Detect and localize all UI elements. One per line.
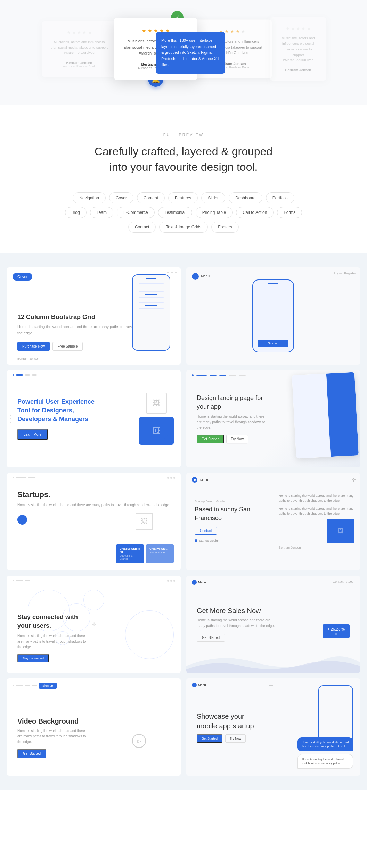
showcase-nav: Menu bbox=[192, 683, 206, 687]
tag-content[interactable]: Content bbox=[137, 192, 165, 203]
crosshair-icon: ✛ bbox=[352, 477, 356, 483]
tag-dashboard[interactable]: Dashboard bbox=[229, 192, 262, 203]
chat-bubbles: Home is starting the world abroad and th… bbox=[297, 737, 353, 769]
tag-portfolio[interactable]: Portfolio bbox=[266, 192, 294, 203]
showcase-title: Showcase your mobile app startup bbox=[197, 711, 266, 731]
testimonial-card-far-right: ★ ★ ★ ★ ★ Musicians, actors and influenc… bbox=[270, 17, 326, 81]
tag-text-&-image-grids[interactable]: Text & Image Grids bbox=[159, 222, 208, 233]
preview-card-video: Sign up ▷ Video Background Home is start… bbox=[7, 678, 181, 776]
learn-more-button[interactable]: Learn More bbox=[17, 429, 48, 440]
stay-title: Stay connected with your users. bbox=[17, 613, 87, 630]
sales-content: Get More Sales Now Home is starting the … bbox=[197, 607, 275, 642]
center-crosshair: ✛ bbox=[92, 621, 96, 627]
tag-slider[interactable]: Slider bbox=[201, 192, 225, 203]
image-placeholder: 🖼 bbox=[146, 393, 167, 414]
sf-title: Based in sunny San Francisco bbox=[195, 505, 265, 523]
get-started-showcase-button[interactable]: Get Started bbox=[197, 734, 222, 743]
active-card-wrapper: ✓ ★ ★ ★ ★ ★ Musicians, actors and influe… bbox=[114, 18, 197, 80]
sf-card-inner: Startup Design Guide Based in sunny San … bbox=[186, 473, 360, 570]
preview-card-sf: Menu Startup Design Guide Based in sunny… bbox=[186, 473, 360, 570]
preview-grid-section: Cover 12 Column Bootstrap Grid Home is s… bbox=[0, 253, 367, 790]
tag-features[interactable]: Features bbox=[168, 192, 198, 203]
phone-mockup bbox=[132, 274, 170, 351]
get-started-button[interactable]: Get Started bbox=[197, 435, 224, 443]
ux-right: 🖼 🖼 bbox=[139, 393, 174, 445]
tag-blog[interactable]: Blog bbox=[65, 207, 87, 218]
tag-call-to-action[interactable]: Call to Action bbox=[236, 207, 274, 218]
video-desc: Home is starting the world abroad and th… bbox=[17, 728, 87, 745]
tablet-mockup bbox=[287, 374, 360, 464]
sales-nav: Menu bbox=[192, 580, 206, 585]
get-started-video-button[interactable]: Get Started bbox=[17, 749, 46, 758]
testimonial-text: Musicians, actors and influencers plan s… bbox=[50, 39, 108, 56]
testimonial-text-far-right: Musicians, actors and influencers pla so… bbox=[279, 35, 318, 63]
startups-desc: Home is starting the world abroad and th… bbox=[17, 502, 170, 508]
tag-team[interactable]: Team bbox=[90, 207, 113, 218]
free-sample-button[interactable]: Free Sample bbox=[52, 342, 83, 351]
video-title-section: Video Background Home is starting the wo… bbox=[17, 717, 87, 758]
tag-forms[interactable]: Forms bbox=[277, 207, 302, 218]
sales-title: Get More Sales Now bbox=[197, 607, 275, 615]
author-name-far-right: Bertram Jensen bbox=[279, 68, 318, 72]
stat-badge: + 26.23 % bbox=[323, 624, 350, 638]
try-now-button[interactable]: Try Now bbox=[226, 435, 248, 443]
signup-btn[interactable]: Sign up bbox=[258, 340, 288, 347]
cover-badge: Cover bbox=[13, 273, 32, 281]
sf-text: Home is starting the world abroad and th… bbox=[279, 493, 354, 503]
nav-dots bbox=[13, 374, 37, 376]
contact-button[interactable]: Contact bbox=[195, 527, 217, 535]
stay-desc: Home is starting the world abroad and th… bbox=[17, 633, 87, 650]
play-circle[interactable]: ▷ bbox=[132, 734, 146, 748]
tag-navigation[interactable]: Navigation bbox=[73, 192, 106, 203]
card-mini-nav bbox=[167, 272, 177, 273]
get-started-button-sales[interactable]: Get Started bbox=[197, 634, 225, 642]
ux-title: Powerful User Experience Tool for Design… bbox=[17, 397, 96, 424]
showcase-buttons: Get Started Try Now bbox=[197, 734, 266, 743]
tag-cover[interactable]: Cover bbox=[109, 192, 133, 203]
sf-right: Home is starting the world abroad and th… bbox=[273, 473, 360, 570]
preview-card-sales: Menu Contact About ✛ Get More Sales Now … bbox=[186, 576, 360, 673]
signup-top-button[interactable]: Sign up bbox=[39, 683, 57, 689]
author-name: Bertram Jensen bbox=[50, 61, 108, 65]
preview-grid: Cover 12 Column Bootstrap Grid Home is s… bbox=[7, 267, 360, 776]
full-preview-section: FULL PREVIEW Carefully crafted, layered … bbox=[0, 105, 367, 253]
tag-e-commerce[interactable]: E-Commerce bbox=[117, 207, 155, 218]
preview-card-startups: Startups. Home is starting the world abr… bbox=[7, 473, 181, 570]
center-placeholder: 🖼 bbox=[136, 513, 153, 530]
login-text: Login / Register bbox=[334, 272, 356, 275]
preview-card-showcase: Menu ✛ Showcase your mobile app startup … bbox=[186, 678, 360, 776]
tag-pricing-table[interactable]: Pricing Table bbox=[196, 207, 233, 218]
phone-card2: Sign up bbox=[252, 279, 294, 352]
preview-card-ux: Powerful User Experience Tool for Design… bbox=[7, 370, 181, 467]
tag-contact[interactable]: Contact bbox=[128, 222, 156, 233]
design-guide-label: Startup Design Guide bbox=[195, 500, 265, 503]
top-bar bbox=[13, 477, 175, 479]
tooltip-box: More than 180+ user interface layouts ca… bbox=[156, 32, 225, 74]
purchase-button[interactable]: Purchase Now bbox=[17, 342, 50, 351]
crosshair-icon-sales: ✛ bbox=[192, 588, 196, 594]
top-dots-sf: Menu bbox=[192, 477, 208, 483]
preview-card-design: ★ ★ ★ ★ ★ Design landing page for your a… bbox=[186, 370, 360, 467]
design-buttons: Get Started Try Now bbox=[197, 435, 266, 443]
author-title: Author at Fantasy Book bbox=[50, 65, 108, 68]
testimonial-card-far-left: ★ ★ ★ ★ ★ Musicians, actors and influenc… bbox=[42, 21, 117, 77]
blue-icon-box: 🖼 bbox=[139, 417, 174, 445]
try-now-showcase-button[interactable]: Try Now bbox=[225, 734, 246, 743]
crosshair-showcase: ✛ bbox=[269, 683, 273, 688]
ux-content: Powerful User Experience Tool for Design… bbox=[17, 397, 96, 440]
tag-testimonial[interactable]: Testimonial bbox=[158, 207, 192, 218]
full-preview-title: Carefully crafted, layered & grouped int… bbox=[14, 144, 353, 175]
sales-desc: Home is starting the world abroad and th… bbox=[197, 618, 275, 629]
tag-footers[interactable]: Footers bbox=[211, 222, 239, 233]
preview-card-navigation: ✛ Stay connected with your users. Home i… bbox=[7, 576, 181, 673]
mini-card-2: Creative Stu... Startups & B... bbox=[146, 544, 174, 563]
sf-check: Startup Design bbox=[195, 538, 265, 543]
stay-more-button[interactable]: Stay connected bbox=[17, 654, 49, 662]
testimonial-section: ★ ★ ★ ★ ★ Musicians, actors and influenc… bbox=[0, 0, 367, 105]
blue-dot[interactable] bbox=[17, 515, 27, 525]
tags-container: NavigationCoverContentFeaturesSliderDash… bbox=[62, 192, 305, 233]
preview-card-bootstrap: Cover 12 Column Bootstrap Grid Home is s… bbox=[7, 267, 181, 365]
author-line: Bertram Jensen bbox=[17, 357, 40, 360]
showcase-content: Showcase your mobile app startup Get Sta… bbox=[197, 711, 266, 743]
wave-area bbox=[186, 645, 360, 673]
